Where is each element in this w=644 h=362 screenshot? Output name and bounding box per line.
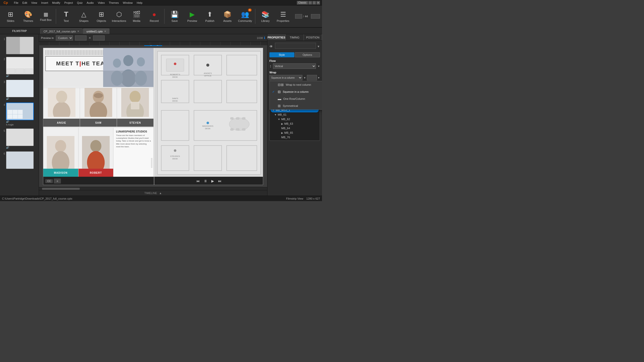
menu-quiz[interactable]: Quiz [75, 1, 84, 5]
menu-insert[interactable]: Insert [40, 1, 50, 5]
zoom-input[interactable]: 100 [311, 14, 320, 19]
close-button[interactable]: ✕ [316, 1, 320, 5]
options-tab-button[interactable]: Options [295, 52, 320, 57]
menu-button[interactable]: ≡ [54, 178, 61, 184]
filmstrip-slide-3[interactable]: 3 🔊 [1, 79, 38, 101]
fbs-item-mb-65[interactable]: ▶ MB_65 [271, 130, 319, 135]
timeline-expand-icon[interactable]: ▲ [159, 192, 162, 195]
properties-button[interactable]: ☰ Properties [274, 7, 292, 26]
menu-file[interactable]: File [12, 1, 20, 5]
text-button[interactable]: T Text [58, 7, 75, 26]
tab-cp-2017-close[interactable]: ✕ [77, 30, 79, 33]
wrap-select-arrow[interactable]: ▼ [303, 76, 306, 79]
skip-forward-button[interactable]: ⏭ [218, 179, 222, 183]
filmstrip-slide-5[interactable]: 5 🔊 [1, 128, 38, 149]
visibility-icon[interactable]: 👁 [269, 44, 273, 49]
current-page-input[interactable]: 44 [295, 14, 302, 19]
tab-timing[interactable]: TIMING [286, 34, 304, 40]
main-layout: 1 2 🔊 [0, 34, 322, 196]
menu-help[interactable]: Help [135, 1, 144, 5]
assets-button[interactable]: 📦 Assets [219, 7, 236, 26]
menu-edit[interactable]: Edit [21, 1, 29, 5]
fbs-toggle-mb-63[interactable]: ▶ [281, 122, 283, 125]
slide-canvas[interactable]: MEET T|HE TEAM [43, 48, 263, 185]
fbs-item-mb-61[interactable]: ▼ MB_61 [271, 112, 319, 117]
fbs-item-mb-62[interactable]: ▼ MB_62 [271, 117, 319, 121]
fbs-item-mb-63[interactable]: ▶ MB_63 [271, 121, 319, 126]
tab-untitled1[interactable]: untitled1.cptx ✕ [83, 28, 109, 34]
themes-button[interactable]: 🎨 Themes [20, 7, 37, 26]
person-madison[interactable]: MADISON [43, 128, 78, 177]
person-steven[interactable]: STEVEN [117, 88, 153, 127]
slides-button[interactable]: ⊞ Slides [2, 7, 19, 26]
save-button[interactable]: 💾 Save [166, 7, 183, 26]
tab-cp-2017[interactable]: CP_2017_full_course.cptx ✕ [40, 28, 83, 34]
minimize-button[interactable]: — [308, 1, 312, 5]
cc-button[interactable]: CC [45, 179, 53, 183]
tab-position[interactable]: POSITION [304, 34, 322, 40]
slide-left-panel: MEET T|HE TEAM [43, 48, 154, 185]
publish-button[interactable]: ⬆ Publish [201, 7, 218, 26]
fluid-box-button[interactable]: ▦ Fluid Box [37, 7, 54, 26]
object-name-input[interactable]: MB_MS3_1 [275, 43, 316, 49]
menu-window[interactable]: Window [121, 1, 134, 5]
canvas-wrapper[interactable]: MB_MS3_1 MEET T|HE TEAM [39, 45, 267, 187]
preview-height-input[interactable]: 627 [93, 35, 105, 40]
mode-indicator[interactable]: Classic [297, 1, 308, 5]
wrap-percent-input[interactable]: 80 % [307, 75, 317, 80]
menu-view[interactable]: View [30, 1, 39, 5]
panel-content: 👁 MB_MS3_1 ▼ Style Options Flow ↕ Vertic… [267, 41, 322, 196]
record-button[interactable]: ● Record [146, 7, 163, 26]
person-sam[interactable]: SAM [80, 88, 117, 127]
preview-mode-select[interactable]: Custom [56, 35, 73, 40]
library-button[interactable]: 📚 Library [257, 7, 274, 26]
fbs-label-mb-63: MB_63 [284, 122, 293, 125]
timeline-panel[interactable]: TIMELINE ▲ [39, 190, 267, 196]
wrap-pct-arrow[interactable]: ▼ [317, 76, 320, 79]
flow-dropdown-arrow[interactable]: ▼ [317, 65, 320, 68]
wrap-mode-select[interactable]: Squeeze in a column [269, 75, 302, 80]
tab-properties[interactable]: PROPERTIES [267, 34, 286, 40]
info-icon[interactable]: ℹ [264, 36, 265, 40]
filmstrip-slide-6[interactable]: 6 [1, 151, 38, 169]
person-robert[interactable]: ROBERT [78, 128, 114, 177]
skip-back-button[interactable]: ⏮ [196, 179, 200, 183]
filmstrip-slide-4[interactable]: 4 🔊 5 Angie [1, 102, 38, 126]
fbs-label-mb-62: MB_62 [281, 118, 290, 121]
slide-bottom-controls: CC ≡ [43, 177, 154, 185]
wrap-option-symmetrical[interactable]: ⊞ Symmetrical [270, 102, 322, 109]
fbs-item-mb-64[interactable]: MB_64 [271, 126, 319, 130]
fbs-toggle-mb-62[interactable]: ▼ [278, 118, 280, 121]
fbs-toggle-mb-61[interactable]: ▼ [274, 113, 277, 116]
fbs-label-mb-65: MB_65 [284, 131, 293, 134]
h-scroll-thumb[interactable] [42, 188, 80, 190]
tab-untitled1-close[interactable]: ✕ [104, 30, 106, 33]
wrap-option-one-row[interactable]: ▬ One Row/Column [270, 95, 322, 102]
objects-button[interactable]: ⊞ Objects [93, 7, 110, 26]
fbs-toggle-mb-65[interactable]: ▶ [281, 131, 283, 134]
fbs-item-mb-76[interactable]: MB_76 [271, 135, 319, 140]
wrap-option-squeeze[interactable]: ✓ ⊟ Squeeze in a column [270, 88, 322, 95]
filmstrip-slide-1[interactable]: 1 [1, 36, 38, 55]
style-tab-button[interactable]: Style [269, 52, 294, 57]
person-angie[interactable]: ANGIE [43, 88, 80, 127]
play-button[interactable]: ▶ [211, 179, 214, 183]
filmstrip-slide-2[interactable]: 2 🔊 [1, 56, 38, 78]
menu-project[interactable]: Project [63, 1, 74, 5]
pause-button[interactable]: ⏸ [204, 179, 207, 183]
menu-themes[interactable]: Themes [107, 1, 120, 5]
maximize-button[interactable]: □ [312, 1, 316, 5]
menu-video[interactable]: Video [96, 1, 106, 5]
preview-button[interactable]: ▶ Preview [184, 7, 201, 26]
wrap-icon-symmetrical: ⊞ [278, 104, 281, 108]
shapes-button[interactable]: △ Shapes [75, 7, 92, 26]
menu-modify[interactable]: Modify [51, 1, 62, 5]
preview-width-input[interactable]: 1038 [75, 35, 87, 40]
wrap-option-next-column[interactable]: ⊟⊞ Wrap to next column [270, 81, 322, 88]
flow-select[interactable]: Vertical [273, 63, 316, 69]
media-button[interactable]: 🎬 Media [128, 7, 145, 26]
community-button[interactable]: 👥 Community 5 [236, 7, 254, 26]
horizontal-scrollbar[interactable] [39, 187, 267, 190]
menu-audio[interactable]: Audio [85, 1, 95, 5]
interactions-button[interactable]: ⬡ Interactions [110, 7, 128, 26]
